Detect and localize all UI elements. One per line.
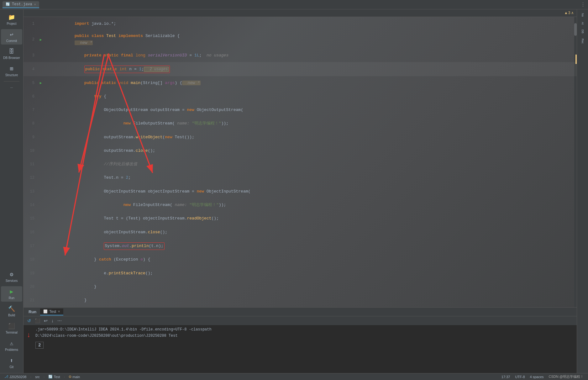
sidebar-label-structure: Structure xyxy=(5,73,18,77)
status-src-label: src xyxy=(35,375,40,379)
code-text-21: } xyxy=(44,290,577,307)
git-icon: ⬆ xyxy=(10,357,13,364)
status-project[interactable]: ⎇ J20250208 xyxy=(3,375,28,379)
test-tab-name: Test xyxy=(49,309,56,314)
status-method-icon: ⊙ xyxy=(69,375,71,379)
sidebar-label-run: Run xyxy=(9,296,14,300)
line-num-19: 19 xyxy=(24,271,38,276)
test-tab-icon: ⬜ xyxy=(43,309,48,314)
code-line-21: 21 } xyxy=(24,294,577,307)
problems-icon: ⚠ xyxy=(10,340,13,347)
right-sidebar-no[interactable]: No xyxy=(580,12,585,18)
line-num-6: 6 xyxy=(24,94,38,99)
sidebar-item-project[interactable]: 📁 Project xyxy=(1,12,22,27)
status-time[interactable]: 17:37 xyxy=(500,375,512,379)
bottom-tabs-bar: Run ⬜ Test ✕ xyxy=(24,308,577,316)
sidebar-label-more: ··· xyxy=(10,86,13,89)
output-path-1: .jar=50899:D:\IDEA\IntelliJ IDEA 2024.1.… xyxy=(35,327,212,332)
status-class-name: Test xyxy=(54,375,60,379)
top-bar-menu[interactable]: ⋮ xyxy=(580,2,585,8)
services-icon: ⚙ xyxy=(10,271,13,278)
top-bar: 🔄 Test.java ✕ ⋮ xyxy=(0,0,588,9)
sidebar-label-commit: Commit xyxy=(6,39,17,43)
right-sidebar-ai[interactable]: AI xyxy=(580,21,585,26)
sidebar-label-db-browser: DB Browser xyxy=(3,56,20,60)
sidebar-item-db-browser[interactable]: 🗄 DB Browser xyxy=(1,46,22,61)
warning-icon: ▲ xyxy=(565,11,567,15)
tab-file-icon: 🔄 xyxy=(6,2,10,6)
restart-button[interactable]: ↺ xyxy=(26,318,32,324)
status-indent[interactable]: 4 spaces xyxy=(529,375,545,379)
rerun-button[interactable]: ↩ xyxy=(43,318,49,324)
sidebar-item-build[interactable]: 🔨 Build xyxy=(1,303,22,319)
bottom-toolbar: ↺ ⬛ ↩ ↓ ⋯ xyxy=(24,316,577,325)
warning-count: 3 xyxy=(568,11,570,15)
sidebar-label-build: Build xyxy=(8,314,15,317)
run-arrow-5[interactable]: ▶ xyxy=(40,81,42,85)
right-sidebar-db[interactable]: DB xyxy=(580,28,585,35)
active-tab[interactable]: 🔄 Test.java ✕ xyxy=(3,1,39,8)
bottom-tab-test[interactable]: ⬜ Test ✕ xyxy=(40,309,63,315)
warning-badge: ▲ 3 ∧ xyxy=(565,11,574,15)
build-icon: 🔨 xyxy=(8,305,15,312)
line-num-13: 13 xyxy=(24,189,38,194)
structure-icon: ⊞ xyxy=(10,65,13,72)
output-line-2: D:\2024\class-room-code\J20250208\out\pr… xyxy=(26,333,574,339)
run-panel-label: Run xyxy=(26,309,39,314)
output-line-1: .jar=50899:D:\IDEA\IntelliJ IDEA 2024.1.… xyxy=(26,326,574,333)
sidebar-item-structure[interactable]: ⊞ Structure xyxy=(1,63,22,79)
line-num-5: 5 xyxy=(24,81,38,85)
line-num-4: 4 xyxy=(24,67,38,71)
db-browser-icon: 🗄 xyxy=(9,48,14,55)
sidebar-label-terminal: Terminal xyxy=(6,331,18,334)
warning-chevron: ∧ xyxy=(571,11,574,15)
right-sidebar-rec[interactable]: Rec xyxy=(580,37,585,45)
status-separator-1: › xyxy=(30,375,31,379)
editor-content[interactable]: 1 import java.io.*; 2 ▶ public class Tes… xyxy=(24,17,577,307)
sidebar-item-commit[interactable]: ↩ Commit xyxy=(1,29,22,45)
tab-close-button[interactable]: ✕ xyxy=(34,3,36,6)
test-tab-close[interactable]: ✕ xyxy=(58,310,60,313)
scroll-to-end-button[interactable]: ↓ xyxy=(50,318,55,324)
sidebar-item-problems[interactable]: ⚠ Problems xyxy=(1,338,22,353)
status-separator-2: › xyxy=(44,375,45,379)
line-num-10: 10 xyxy=(24,149,38,153)
status-bar: ⎇ J20250208 › src › 🔄 Test › ⊙ main 17:3… xyxy=(0,373,588,380)
sidebar-item-git[interactable]: ⬆ Git xyxy=(1,355,22,371)
csdn-watermark: CSDN @明志学编程！ xyxy=(548,374,585,379)
output-result-line: 2 xyxy=(26,340,574,349)
line-num-3: 3 xyxy=(24,53,38,58)
line-num-2: 2 xyxy=(24,37,38,42)
line-num-16: 16 xyxy=(24,230,38,235)
output-path-2: D:\2024\class-room-code\J20250208\out\pr… xyxy=(35,334,178,338)
status-encoding[interactable]: UTF-8 xyxy=(514,375,526,379)
project-icon: 📁 xyxy=(8,14,15,21)
warnings-bar: ▲ 3 ∧ xyxy=(24,9,577,17)
line-num-7: 7 xyxy=(24,108,38,112)
line-num-14: 14 xyxy=(24,203,38,207)
settings-button[interactable]: ⋯ xyxy=(56,318,63,324)
line-num-20: 20 xyxy=(24,285,38,289)
stop-button[interactable]: ⬛ xyxy=(34,318,41,324)
sidebar-item-services[interactable]: ⚙ Services xyxy=(1,269,22,284)
status-indent-value: 4 spaces xyxy=(530,375,544,379)
run-gutter-5: ▶ xyxy=(38,81,44,85)
sidebar-label-project: Project xyxy=(7,22,16,25)
line-num-11: 11 xyxy=(24,162,38,166)
terminal-icon: ⬛ xyxy=(8,323,15,330)
sidebar-label-problems: Problems xyxy=(5,348,18,351)
status-encoding-value: UTF-8 xyxy=(515,375,525,379)
sidebar-item-more[interactable]: ··· xyxy=(1,84,22,91)
line-num-15: 15 xyxy=(24,216,38,221)
run-arrow-2[interactable]: ▶ xyxy=(40,38,42,42)
status-method[interactable]: ⊙ main xyxy=(67,375,81,379)
right-label-db: DB xyxy=(581,29,584,34)
watermark-text: CSDN @明志学编程！ xyxy=(549,374,584,379)
status-src[interactable]: src xyxy=(34,375,41,379)
status-class[interactable]: 🔄 Test xyxy=(47,375,61,379)
sidebar-item-run[interactable]: ▶ Run xyxy=(1,286,22,302)
sidebar-item-terminal[interactable]: ⬛ Terminal xyxy=(1,321,22,336)
output-result-value: 2 xyxy=(35,342,44,349)
run-icon: ▶ xyxy=(10,288,13,295)
line-num-8: 8 xyxy=(24,121,38,126)
